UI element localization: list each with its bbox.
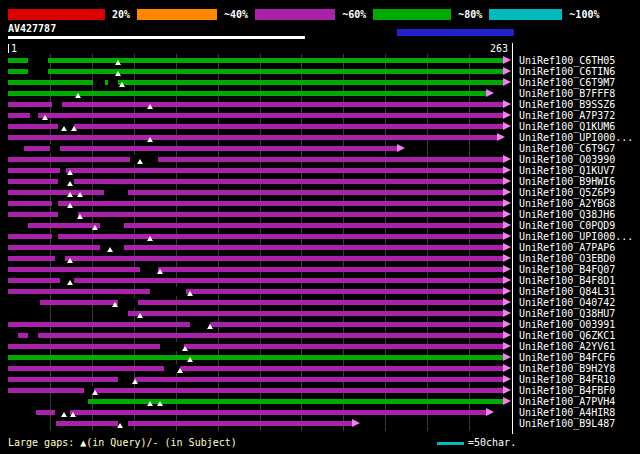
- hit-label[interactable]: UniRef100_O03991: [519, 319, 615, 330]
- hit-label[interactable]: UniRef100_C0PQD9: [519, 220, 615, 231]
- alignment-bar[interactable]: [8, 234, 503, 239]
- scale-percent-label: ~100%: [567, 9, 601, 20]
- alignment-bar[interactable]: [8, 80, 503, 85]
- gridline: [301, 54, 302, 431]
- alignment-bar[interactable]: [8, 267, 503, 272]
- hit-label[interactable]: UniRef100_B9HWI6: [519, 176, 615, 187]
- query-gap-triangle-icon: [67, 170, 73, 175]
- alignment-bar[interactable]: [18, 333, 503, 338]
- subject-gap-box: [52, 199, 58, 208]
- subject-gap-box: [28, 331, 38, 340]
- hit-label[interactable]: UniRef100_C6TIN6: [519, 66, 615, 77]
- alignment-bar[interactable]: [8, 366, 503, 371]
- query-gap-triangle-icon: [157, 269, 163, 274]
- query-gap-triangle-icon: [147, 104, 153, 109]
- alignment-bar[interactable]: [36, 410, 486, 415]
- alignment-arrowhead-icon: [486, 408, 494, 416]
- alignment-bar[interactable]: [24, 146, 397, 151]
- gridline: [385, 54, 386, 431]
- hit-label[interactable]: UniRef100_B9L487: [519, 418, 615, 429]
- alignment-bar[interactable]: [8, 322, 503, 327]
- alignment-arrowhead-icon: [503, 78, 511, 86]
- alignment-arrowhead-icon: [486, 89, 494, 97]
- hit-label[interactable]: UniRef100_B4FR10: [519, 374, 615, 385]
- hit-label[interactable]: UniRef100_Q5Z6P9: [519, 187, 615, 198]
- hit-label[interactable]: UniRef100_Q38HU7: [519, 308, 615, 319]
- hit-label[interactable]: UniRef100_Q1KUV7: [519, 165, 615, 176]
- alignment-bar[interactable]: [8, 135, 497, 140]
- alignment-bar[interactable]: [8, 58, 503, 63]
- hit-label[interactable]: UniRef100_A2YBG8: [519, 198, 615, 209]
- hit-label[interactable]: UniRef100_B4FQ07: [519, 264, 615, 275]
- alignment-arrowhead-icon: [503, 386, 511, 394]
- hit-label[interactable]: UniRef100_B9H2Y8: [519, 363, 615, 374]
- hit-label[interactable]: UniRef100_Q38JH6: [519, 209, 615, 220]
- query-gap-triangle-icon: [147, 401, 153, 406]
- alignment-bar[interactable]: [8, 355, 503, 360]
- hit-label[interactable]: UniRef100_B4FBF0: [519, 385, 615, 396]
- scale-label: =50char.: [468, 437, 516, 448]
- alignment-arrowhead-icon: [503, 287, 511, 295]
- gridline: [134, 54, 135, 431]
- query-gap-triangle-icon: [107, 247, 113, 252]
- hit-label[interactable]: UniRef100_O3EBD0: [519, 253, 615, 264]
- alignment-arrowhead-icon: [503, 375, 511, 383]
- alignment-bar[interactable]: [8, 344, 503, 349]
- hit-label[interactable]: UniRef100_A7P372: [519, 110, 615, 121]
- alignment-bar[interactable]: [8, 157, 503, 162]
- alignment-arrowhead-icon: [503, 177, 511, 185]
- alignment-bar[interactable]: [128, 311, 503, 316]
- hit-label[interactable]: UniRef100_Q6ZKC1: [519, 330, 615, 341]
- query-gap-triangle-icon: [61, 126, 67, 131]
- alignment-bar[interactable]: [8, 113, 503, 118]
- alignment-bar[interactable]: [40, 300, 503, 305]
- gridline: [260, 54, 261, 431]
- alignment-bar[interactable]: [8, 278, 503, 283]
- hit-label[interactable]: UniRef100_O03990: [519, 154, 615, 165]
- hit-label[interactable]: UniRef100_O40742: [519, 297, 615, 308]
- alignment-bar[interactable]: [8, 102, 503, 107]
- alignment-bar[interactable]: [8, 245, 503, 250]
- subject-gap-box: [160, 342, 184, 351]
- hit-label[interactable]: UniRef100_B7FFF8: [519, 88, 615, 99]
- alignment-bar[interactable]: [8, 69, 503, 74]
- hit-label[interactable]: UniRef100_A7PVH4: [519, 396, 615, 407]
- alignment-arrowhead-icon: [503, 199, 511, 207]
- hit-label[interactable]: UniRef100_B9SSZ6: [519, 99, 615, 110]
- hit-label[interactable]: UniRef100_UPI000...: [519, 231, 633, 242]
- hit-label[interactable]: UniRef100_A7PAP6: [519, 242, 615, 253]
- query-gap-triangle-icon: [75, 93, 81, 98]
- alignment-bar[interactable]: [8, 289, 503, 294]
- subject-gap-box: [104, 188, 128, 197]
- alignment-arrowhead-icon: [503, 331, 511, 339]
- hit-label[interactable]: UniRef100_UPI000...: [519, 132, 633, 143]
- subject-gap-box: [108, 78, 118, 87]
- hit-label[interactable]: UniRef100_A2YV61: [519, 341, 615, 352]
- query-gap-triangle-icon: [71, 126, 77, 131]
- query-gap-triangle-icon: [67, 181, 73, 186]
- hit-label[interactable]: UniRef100_Q84L31: [519, 286, 615, 297]
- scale-color-block: [255, 9, 335, 20]
- subject-gap-box: [100, 221, 124, 230]
- subject-gap-box: [50, 144, 60, 153]
- alignment-bar[interactable]: [8, 201, 503, 206]
- alignment-bar[interactable]: [8, 124, 503, 129]
- alignment-bar[interactable]: [8, 377, 503, 382]
- alignment-bar[interactable]: [8, 168, 503, 173]
- alignment-arrowhead-icon: [503, 221, 511, 229]
- gridline: [427, 54, 428, 431]
- gridline: [50, 54, 51, 431]
- plot-right-border: [512, 43, 513, 434]
- hit-label[interactable]: UniRef100_C6T9G7: [519, 143, 615, 154]
- alignment-bar[interactable]: [56, 421, 352, 426]
- hit-label[interactable]: UniRef100_Q1KUM6: [519, 121, 615, 132]
- alignment-bar[interactable]: [8, 179, 503, 184]
- hit-label[interactable]: UniRef100_C6TH05: [519, 55, 615, 66]
- alignment-bar[interactable]: [8, 388, 503, 393]
- hit-label[interactable]: UniRef100_B4F8D1: [519, 275, 615, 286]
- hit-label[interactable]: UniRef100_A4HIR8: [519, 407, 615, 418]
- alignment-arrowhead-icon: [503, 298, 511, 306]
- alignment-bar[interactable]: [8, 256, 503, 261]
- hit-label[interactable]: UniRef100_B4FCF6: [519, 352, 615, 363]
- hit-label[interactable]: UniRef100_C6T9M7: [519, 77, 615, 88]
